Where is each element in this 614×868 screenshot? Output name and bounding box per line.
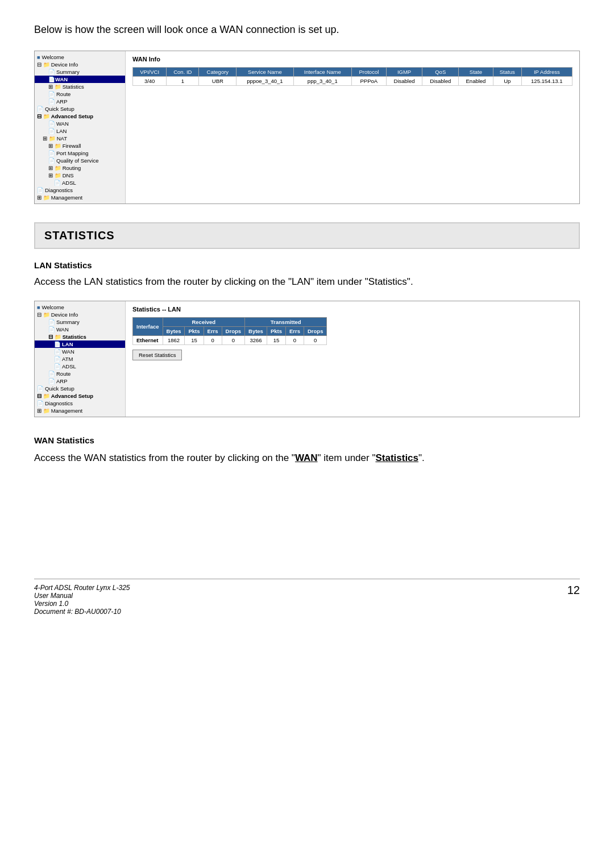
lan-col-interface: Interface — [133, 317, 163, 335]
sidebar-item-statistics[interactable]: ⊞ 📁Statistics — [35, 83, 125, 90]
sidebar2-item-management[interactable]: ⊞ 📁Management — [35, 407, 125, 414]
wan-col-igmp: IGMP — [386, 68, 422, 77]
lan-col-transmitted: Transmitted — [245, 317, 327, 326]
lan-cell-rx-errs: 0 — [204, 335, 222, 344]
sidebar-item-deviceinfo[interactable]: ⊟ 📁Device Info — [35, 61, 125, 68]
wan-cell-interfacename: ppp_3_40_1 — [293, 77, 351, 86]
lan-sub-rx-drops: Drops — [222, 326, 244, 335]
lan-stats-row: Ethernet 1862 15 0 0 3266 15 0 0 — [133, 335, 327, 344]
wan-table: VPI/VCI Con. ID Category Service Name In… — [132, 67, 572, 86]
sidebar2-item-atm[interactable]: 📄ATM — [35, 355, 125, 363]
wan-cell-protocol: PPPoA — [351, 77, 386, 86]
sidebar-1: ■ Welcome ⊟ 📁Device Info 📄Summary 📄WAN ⊞… — [35, 51, 126, 203]
sidebar-item-portmapping[interactable]: 📄Port Mapping — [35, 149, 125, 157]
sidebar-item-adv-lan[interactable]: 📄LAN — [35, 127, 125, 135]
wan-bold-label: WAN — [295, 452, 318, 463]
sidebar2-item-route[interactable]: 📄Route — [35, 370, 125, 377]
lan-sub-tx-errs: Errs — [285, 326, 304, 335]
sidebar2-item-wan-sub[interactable]: 📄WAN — [35, 348, 125, 355]
sidebar-item-quicksetup[interactable]: 📄Quick Setup — [35, 105, 125, 113]
wan-main-content: WAN Info VPI/VCI Con. ID Category Servic… — [126, 51, 579, 203]
sidebar-item-management[interactable]: ⊞ 📁Management — [35, 194, 125, 201]
lan-statistics-subtitle: LAN Statistics — [34, 260, 580, 270]
wan-cell-state: Enabled — [459, 77, 493, 86]
wan-stats-description: Access the WAN statistics from the route… — [34, 451, 580, 466]
reset-statistics-button[interactable]: Reset Statistics — [132, 350, 182, 360]
lan-panel-title: Statistics -- LAN — [132, 306, 572, 313]
intro-text: Below is how the screen will look once a… — [34, 23, 580, 37]
wan-col-status: Status — [493, 68, 521, 77]
lan-cell-tx-pkts: 15 — [267, 335, 285, 344]
footer: 4-Port ADSL Router Lynx L-325 User Manua… — [34, 579, 580, 616]
wan-cell-category: UBR — [199, 77, 237, 86]
lan-sub-rx-pkts: Pkts — [185, 326, 204, 335]
sidebar-item-adv-wan[interactable]: 📄WAN — [35, 120, 125, 127]
lan-sub-rx-bytes: Bytes — [163, 326, 185, 335]
sidebar2-item-lan[interactable]: 📄LAN — [35, 340, 125, 348]
sidebar2-item-adsl[interactable]: 📄ADSL — [35, 363, 125, 370]
wan-col-servicename: Service Name — [237, 68, 293, 77]
sidebar2-item-advancedsetup[interactable]: ⊟ 📁Advanced Setup — [35, 392, 125, 400]
wan-panel-title: WAN Info — [132, 56, 572, 63]
sidebar-item-dns[interactable]: ⊞ 📁DNS — [35, 172, 125, 179]
lan-col-received: Received — [163, 317, 244, 326]
lan-main-content: Statistics -- LAN Interface Received Tra… — [126, 301, 579, 417]
lan-cell-interface: Ethernet — [133, 335, 163, 344]
sidebar-item-routing[interactable]: ⊞ 📁Routing — [35, 164, 125, 172]
sidebar-item-advancedsetup[interactable]: ⊟ 📁Advanced Setup — [35, 113, 125, 120]
sidebar-item-diagnostics[interactable]: 📄Diagnostics — [35, 186, 125, 194]
wan-col-qos: QoS — [422, 68, 459, 77]
sidebar-item-summary[interactable]: 📄Summary — [35, 68, 125, 76]
sidebar-item-nat[interactable]: ⊞ 📁NAT — [35, 135, 125, 142]
lan-cell-rx-bytes: 1862 — [163, 335, 185, 344]
wan-cell-ipaddress: 125.154.13.1 — [521, 77, 572, 86]
sidebar2-item-diagnostics[interactable]: 📄Diagnostics — [35, 400, 125, 407]
lan-cell-tx-errs: 0 — [285, 335, 304, 344]
footer-document: Document #: BD-AU0007-10 — [34, 608, 130, 616]
lan-sub-tx-bytes: Bytes — [245, 326, 267, 335]
lan-router-panel: ■ Welcome ⊟ 📁Device Info 📄Summary 📄WAN ⊟… — [34, 301, 580, 417]
sidebar-item-adsl[interactable]: 📄ADSL — [35, 179, 125, 186]
lan-sub-tx-pkts: Pkts — [267, 326, 285, 335]
wan-statistics-subtitle: WAN Statistics — [34, 435, 580, 445]
statistics-label: Statistics — [375, 452, 418, 463]
sidebar-2: ■ Welcome ⊟ 📁Device Info 📄Summary 📄WAN ⊟… — [35, 301, 126, 417]
sidebar2-item-summary[interactable]: 📄Summary — [35, 318, 125, 326]
wan-router-panel: ■ Welcome ⊟ 📁Device Info 📄Summary 📄WAN ⊞… — [34, 51, 580, 204]
wan-cell-servicename: pppoe_3_40_1 — [237, 77, 293, 86]
wan-col-interfacename: Interface Name — [293, 68, 351, 77]
wan-cell-vpivci: 3/40 — [133, 77, 167, 86]
sidebar2-item-statistics[interactable]: ⊟ 📁Statistics — [35, 333, 125, 340]
sidebar-item-route[interactable]: 📄Route — [35, 90, 125, 98]
wan-cell-conid: 1 — [167, 77, 199, 86]
sidebar2-item-deviceinfo[interactable]: ⊟ 📁Device Info — [35, 311, 125, 318]
footer-version: Version 1.0 — [34, 600, 130, 608]
sidebar2-item-quicksetup[interactable]: 📄Quick Setup — [35, 385, 125, 392]
sidebar2-item-welcome[interactable]: ■ Welcome — [35, 304, 125, 311]
wan-table-row: 3/40 1 UBR pppoe_3_40_1 ppp_3_40_1 PPPoA… — [133, 77, 572, 86]
lan-cell-tx-drops: 0 — [304, 335, 327, 344]
footer-manual: User Manual — [34, 592, 130, 600]
statistics-header: STATISTICS — [34, 222, 580, 249]
lan-sub-tx-drops: Drops — [304, 326, 327, 335]
sidebar-item-firewall[interactable]: ⊞ 📁Firewall — [35, 142, 125, 149]
wan-col-category: Category — [199, 68, 237, 77]
wan-col-state: State — [459, 68, 493, 77]
wan-cell-igmp: Disabled — [386, 77, 422, 86]
lan-cell-rx-drops: 0 — [222, 335, 244, 344]
wan-col-vpivci: VPI/VCI — [133, 68, 167, 77]
sidebar-item-qos[interactable]: 📄Quality of Service — [35, 157, 125, 164]
sidebar-item-wan[interactable]: 📄WAN — [35, 76, 125, 83]
footer-left: 4-Port ADSL Router Lynx L-325 User Manua… — [34, 584, 130, 616]
sidebar-item-welcome[interactable]: ■ Welcome — [35, 53, 125, 61]
sidebar2-item-arp[interactable]: 📄ARP — [35, 377, 125, 385]
wan-col-protocol: Protocol — [351, 68, 386, 77]
lan-cell-rx-pkts: 15 — [185, 335, 204, 344]
sidebar-item-arp[interactable]: 📄ARP — [35, 98, 125, 105]
wan-cell-qos: Disabled — [422, 77, 459, 86]
lan-sub-rx-errs: Errs — [204, 326, 222, 335]
footer-page: 12 — [567, 584, 580, 597]
sidebar2-item-wan[interactable]: 📄WAN — [35, 326, 125, 333]
lan-stats-table: Interface Received Transmitted Bytes Pkt… — [132, 317, 327, 345]
lan-cell-tx-bytes: 3266 — [245, 335, 267, 344]
